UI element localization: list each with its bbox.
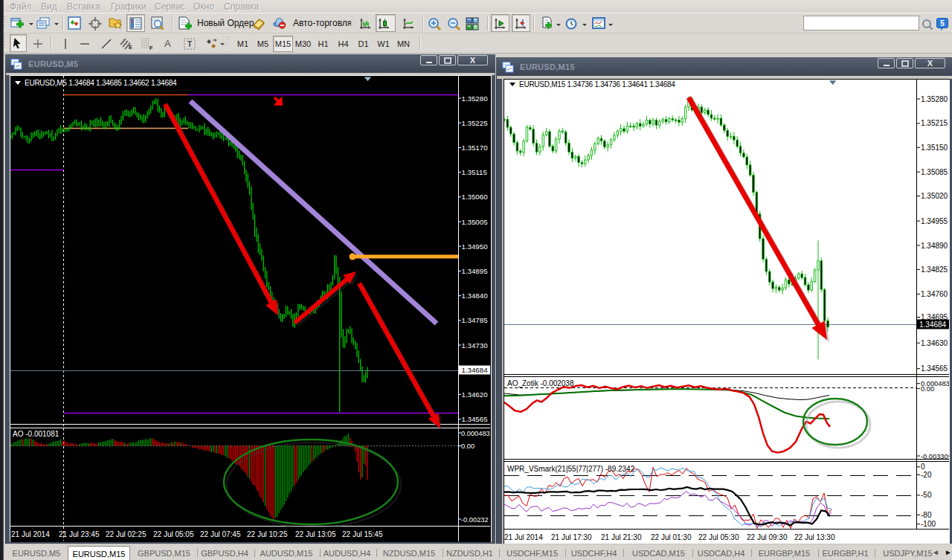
svg-text:22 Jul 01:30: 22 Jul 01:30 <box>651 533 692 541</box>
svg-text:1.34895: 1.34895 <box>462 267 488 275</box>
svg-text:1.34684: 1.34684 <box>919 321 947 329</box>
svg-text:1.34565: 1.34565 <box>462 415 488 423</box>
svg-text:1.34620: 1.34620 <box>462 390 489 399</box>
svg-text:21 Jul 21:30: 21 Jul 21:30 <box>601 533 642 541</box>
svg-text:WPR_VSmark(21|55|77|277) -89.2: WPR_VSmark(21|55|77|277) -89.2342 <box>507 465 635 473</box>
svg-text:AO -0.001081: AO -0.001081 <box>13 430 60 438</box>
svg-text:1.34684: 1.34684 <box>462 366 489 374</box>
svg-text:-20: -20 <box>921 471 932 479</box>
svg-text:EURUSD,M15 1.34736 1.34736 1.: EURUSD,M15 1.34736 1.34736 1.34641 1.346… <box>519 80 675 88</box>
svg-text:0: 0 <box>921 463 925 471</box>
svg-text:5: 5 <box>940 19 945 28</box>
svg-text:T: T <box>187 40 192 48</box>
svg-text:1.35085: 1.35085 <box>921 168 948 176</box>
svg-text:1.34955: 1.34955 <box>921 217 948 225</box>
svg-text:21 Jul 23:45: 21 Jul 23:45 <box>59 530 100 538</box>
svg-text:1.35115: 1.35115 <box>462 168 487 176</box>
svg-text:-80: -80 <box>921 511 932 519</box>
svg-text:-100: -100 <box>921 520 936 528</box>
svg-text:1.35215: 1.35215 <box>921 119 948 127</box>
svg-text:22 Jul 05:05: 22 Jul 05:05 <box>153 530 194 538</box>
svg-text:22 Jul 07:45: 22 Jul 07:45 <box>200 530 241 538</box>
svg-text:1.34825: 1.34825 <box>921 265 948 274</box>
svg-text:1.34840: 1.34840 <box>462 292 489 300</box>
svg-text:22 Jul 02:25: 22 Jul 02:25 <box>106 530 147 538</box>
svg-text:1.35060: 1.35060 <box>462 193 489 201</box>
svg-text:1.34785: 1.34785 <box>462 316 488 324</box>
svg-text:EURUSD,M5 1.34684 1.34685 1.3: EURUSD,M5 1.34684 1.34685 1.34662 1.3468… <box>25 79 177 87</box>
svg-text:1.35005: 1.35005 <box>462 218 488 226</box>
svg-text:E: E <box>129 45 132 50</box>
svg-text:-50: -50 <box>921 491 932 499</box>
svg-text:0.00: 0.00 <box>461 442 475 450</box>
svg-text:22 Jul 13:05: 22 Jul 13:05 <box>295 530 336 538</box>
svg-text:1.34730: 1.34730 <box>462 341 489 350</box>
svg-text:-0.003309: -0.003309 <box>921 453 949 460</box>
svg-text:1.35020: 1.35020 <box>921 192 948 200</box>
svg-text:22 Jul 05:30: 22 Jul 05:30 <box>698 533 739 541</box>
svg-text:22 Jul 15:45: 22 Jul 15:45 <box>342 530 383 538</box>
svg-text:21 Jul 2014: 21 Jul 2014 <box>504 533 543 541</box>
svg-text:1.35150: 1.35150 <box>921 144 948 152</box>
svg-text:21 Jul 2014: 21 Jul 2014 <box>11 530 50 538</box>
svg-text:22 Jul 10:25: 22 Jul 10:25 <box>247 530 288 538</box>
svg-text:1.34760: 1.34760 <box>921 290 948 298</box>
svg-text:22 Jul 13:30: 22 Jul 13:30 <box>794 533 835 541</box>
svg-text:1.35280: 1.35280 <box>921 95 948 103</box>
svg-text:1.34890: 1.34890 <box>921 242 948 250</box>
svg-text:1.34565: 1.34565 <box>921 364 948 373</box>
svg-text:0.000483: 0.000483 <box>461 430 490 437</box>
svg-text:1.35280: 1.35280 <box>462 94 489 103</box>
svg-text:AO_Zotik -0.002038: AO_Zotik -0.002038 <box>507 379 574 387</box>
svg-text:-0.00232: -0.00232 <box>461 516 489 524</box>
svg-text:1.34630: 1.34630 <box>921 339 948 347</box>
svg-text:1.35225: 1.35225 <box>462 119 488 127</box>
svg-text:0.00: 0.00 <box>921 385 934 393</box>
svg-text:1.35170: 1.35170 <box>462 144 489 152</box>
svg-text:22 Jul 09:30: 22 Jul 09:30 <box>747 533 788 541</box>
svg-text:21 Jul 17:30: 21 Jul 17:30 <box>551 533 592 541</box>
svg-text:1.34950: 1.34950 <box>462 242 489 251</box>
svg-text:F: F <box>149 45 153 51</box>
